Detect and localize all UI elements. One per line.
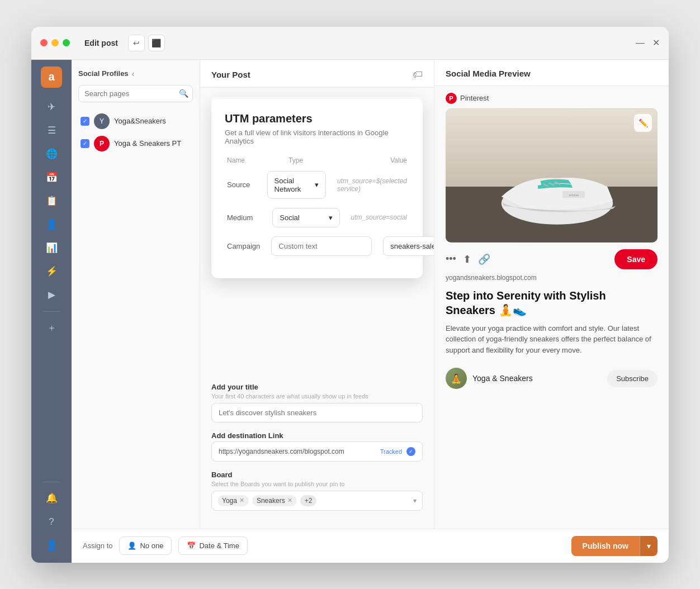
undo-button[interactable]: ↩ — [128, 35, 145, 51]
search-wrap: 🔍 — [78, 85, 193, 102]
sidebar-logo: a — [41, 66, 62, 88]
window-controls: — ✕ — [636, 39, 660, 48]
title-bar: Edit post ↩ ⬛ — ✕ — [31, 27, 669, 60]
add-title-sublabel: Your first 40 characters are what usuall… — [211, 393, 423, 400]
profile-item-yoga-sneakers-pt[interactable]: ✓ P Yoga & Sneakers PT — [78, 132, 193, 155]
minimize-button[interactable] — [51, 39, 59, 46]
profile-avatar-2: P — [94, 136, 110, 151]
remove-sneakers-tag[interactable]: ✕ — [287, 497, 292, 504]
utm-campaign-type-input[interactable] — [271, 236, 372, 256]
board-label: Board — [211, 471, 423, 479]
utm-medium-type-select[interactable]: Social ▾ — [272, 208, 339, 227]
sidebar-icon-send[interactable]: ✈ — [41, 97, 62, 118]
svg-text:adidas: adidas — [569, 193, 579, 196]
middle-panel: Your Post 🏷 UTM parameters — [200, 60, 434, 529]
sidebar-icon-menu[interactable]: ☰ — [41, 120, 62, 141]
your-post-title: Your Post — [211, 70, 250, 79]
publish-group: Publish now ▾ — [571, 536, 658, 556]
person-icon: 👤 — [127, 542, 136, 550]
date-time-button[interactable]: 📅 Date & Time — [178, 536, 248, 555]
preview-heading: Step into Serenity with Stylish Sneakers… — [434, 286, 669, 323]
traffic-lights — [40, 39, 70, 46]
profile-checkbox-2[interactable]: ✓ — [81, 139, 89, 148]
utm-col-name: Name — [227, 156, 277, 164]
utm-row-source: Source Social Network ▾ utm_source=$(sel… — [225, 171, 409, 199]
utm-medium-value: utm_source=social — [351, 213, 407, 221]
sidebar-icon-video[interactable]: ▶ — [41, 284, 62, 306]
utm-subtitle: Get a full view of link visitors interac… — [225, 129, 409, 145]
board-sublabel: Select the Boards you want to publish yo… — [211, 481, 423, 487]
right-header: Social Media Preview — [434, 60, 669, 86]
sidebar-divider-2 — [42, 482, 60, 482]
sidebar-divider — [42, 311, 60, 312]
sidebar-icon-people[interactable]: 👤 — [41, 214, 62, 235]
publish-dropdown-button[interactable]: ▾ — [640, 536, 658, 556]
preview-author: 🧘 Yoga & Sneakers Subscribe — [434, 363, 669, 393]
profile-item-yoga-sneakers[interactable]: ✓ Y Yoga&Sneakers — [78, 110, 193, 132]
board-more: +2 — [300, 495, 317, 506]
sidebar-icon-globe[interactable]: 🌐 — [41, 144, 62, 165]
sidebar-icon-help[interactable]: ? — [41, 511, 62, 533]
link-icon[interactable]: 🔗 — [478, 253, 490, 265]
sidebar-icon-analytics[interactable]: 📊 — [41, 238, 62, 259]
tag-icon[interactable]: 🏷 — [413, 69, 423, 80]
save-button[interactable]: Save — [614, 249, 658, 269]
maximize-button[interactable] — [63, 39, 70, 46]
svg-rect-0 — [446, 108, 658, 187]
board-select[interactable]: Yoga ✕ Sneakers ✕ +2 ▾ — [211, 491, 423, 511]
tracked-badge: Tracked — [380, 448, 402, 455]
profile-avatar-1: Y — [94, 113, 110, 129]
minimize-window-button[interactable]: — — [636, 39, 645, 48]
add-link-label: Add destination Link — [211, 431, 423, 440]
share-icon[interactable]: ⬆ — [463, 253, 471, 265]
redo-button[interactable]: ⬛ — [148, 35, 165, 51]
utm-row-medium: Medium Social ▾ utm_source=social — [225, 208, 409, 227]
profile-name-1: Yoga&Sneakers — [114, 117, 166, 125]
close-window-button[interactable]: ✕ — [652, 39, 660, 48]
utm-overlay: UTM parameters Get a full view of link v… — [211, 99, 423, 278]
sidebar-icon-add[interactable]: ＋ — [41, 317, 62, 339]
link-url: https://yogandsneakers.com/blogspot.com — [219, 448, 376, 455]
utm-col-type: Type — [288, 156, 379, 164]
form-section: Add your title Your first 40 characters … — [200, 374, 434, 529]
search-icon: 🔍 — [179, 89, 188, 98]
social-media-preview-title: Social Media Preview — [446, 69, 531, 78]
edit-image-button[interactable]: ✏️ — [634, 114, 652, 132]
title-input[interactable] — [211, 403, 423, 422]
sidebar: a ✈ ☰ 🌐 📅 📋 👤 📊 ⚡ ▶ ＋ 🔔 ? 👤 — [31, 60, 72, 563]
search-input[interactable] — [78, 85, 193, 102]
board-tag-yoga: Yoga ✕ — [217, 495, 249, 506]
utm-row-campaign: Campaign — [225, 236, 409, 256]
utm-title: UTM parameters — [225, 112, 409, 125]
title-icons: ↩ ⬛ — [128, 35, 165, 51]
assign-to-button[interactable]: 👤 No one — [119, 536, 172, 555]
preview-url: yogandsneakers.blogspot.com — [434, 274, 669, 286]
sidebar-icon-calendar[interactable]: 📅 — [41, 167, 62, 188]
add-title-label: Add your title — [211, 383, 423, 391]
profile-name-2: Yoga & Sneakers PT — [114, 139, 181, 148]
link-row: https://yogandsneakers.com/blogspot.com … — [211, 441, 423, 462]
remove-yoga-tag[interactable]: ✕ — [239, 497, 244, 504]
sidebar-icon-tasks[interactable]: 📋 — [41, 191, 62, 212]
board-tag-sneakers: Sneakers ✕ — [252, 495, 297, 506]
left-panel: Social Profiles ‹ 🔍 ✓ Y Yoga&Sneakers — [72, 60, 200, 529]
utm-campaign-label: Campaign — [227, 242, 260, 250]
middle-header: Your Post 🏷 — [200, 60, 434, 88]
sidebar-icon-avatar[interactable]: 👤 — [41, 535, 62, 556]
sidebar-icon-power[interactable]: ⚡ — [41, 261, 62, 282]
utm-campaign-value-input[interactable] — [383, 236, 434, 256]
more-options-icon[interactable]: ••• — [446, 253, 456, 265]
pinterest-text: Pinterest — [460, 94, 489, 102]
publish-now-button[interactable]: Publish now — [571, 536, 640, 556]
preview-image-container: adidas ✏️ — [446, 108, 658, 243]
utm-source-type-select[interactable]: Social Network ▾ — [267, 171, 326, 199]
close-button[interactable] — [40, 39, 48, 46]
bottom-bar: Assign to 👤 No one 📅 Date & Time Publish… — [72, 529, 669, 563]
profile-checkbox-1[interactable]: ✓ — [81, 117, 89, 126]
tracked-check-icon: ✓ — [406, 447, 415, 456]
preview-body: Elevate your yoga practice with comfort … — [434, 323, 669, 364]
subscribe-button[interactable]: Subscribe — [607, 370, 658, 387]
calendar-icon: 📅 — [187, 542, 196, 550]
sidebar-icon-bell[interactable]: 🔔 — [41, 488, 62, 509]
window-title: Edit post — [84, 39, 118, 48]
